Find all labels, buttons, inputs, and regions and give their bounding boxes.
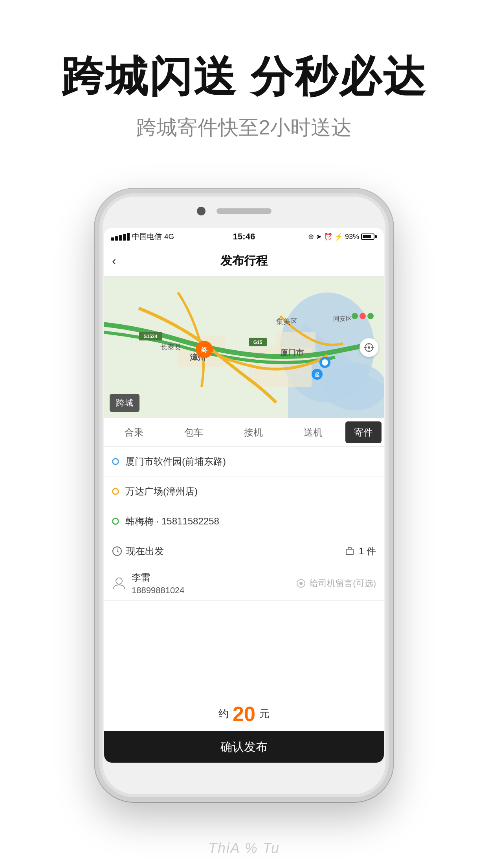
message-placeholder-text: 给司机留言(可选) — [310, 577, 376, 589]
svg-point-19 — [322, 359, 328, 366]
crosshair-icon — [363, 342, 374, 353]
person-row[interactable]: 李雷 18899881024 给司机留言(可选) — [104, 566, 384, 601]
gps-icon: ⊕ — [308, 232, 314, 241]
svg-text:同安区: 同安区 — [333, 315, 352, 322]
status-bar: 中国电信 4G 15:46 ⊕ ➤ ⏰ ⚡ 93% — [104, 228, 384, 245]
svg-text:厦门市: 厦门市 — [280, 348, 304, 357]
svg-text:终: 终 — [201, 347, 208, 353]
back-button[interactable]: ‹ — [112, 254, 116, 268]
watermark: ThiA % Tu — [0, 829, 488, 868]
tab-songji[interactable]: 送机 — [283, 418, 343, 446]
package-count-field[interactable]: 1 件 — [345, 545, 376, 557]
alarm-icon: ⏰ — [324, 232, 332, 241]
svg-point-36 — [299, 582, 303, 585]
svg-point-17 — [367, 313, 374, 319]
svg-text:起: 起 — [314, 372, 320, 377]
person-info-left: 李雷 18899881024 — [112, 571, 185, 596]
price-suffix: 元 — [259, 707, 270, 721]
price-bar: 约 20 元 — [104, 696, 384, 731]
hero-title: 跨城闪送 分秒必达 — [0, 51, 488, 102]
destination-row[interactable]: 万达广场(漳州店) — [104, 476, 384, 506]
depart-time-field[interactable]: 现在出发 — [112, 545, 164, 557]
price-prefix: 约 — [218, 707, 229, 721]
volume-down-button — [95, 351, 99, 386]
person-icon — [112, 576, 126, 590]
form-area: 厦门市软件园(前埔东路) 万达广场(漳州店) 韩梅梅 · 15811582258 — [104, 447, 384, 696]
svg-text:S1524: S1524 — [144, 334, 158, 339]
svg-text:长泰县: 长泰县 — [160, 343, 182, 351]
confirm-label: 确认发布 — [220, 739, 268, 755]
message-field[interactable]: 给司机留言(可选) — [295, 577, 376, 589]
tab-baoce[interactable]: 包车 — [164, 418, 224, 446]
confirm-button[interactable]: 确认发布 — [104, 731, 384, 763]
tab-hecheng[interactable]: 合乘 — [104, 418, 164, 446]
origin-text: 厦门市软件园(前埔东路) — [125, 455, 226, 468]
sender-phone: 18899881024 — [132, 585, 185, 596]
svg-text:G15: G15 — [253, 340, 262, 345]
destination-text: 万达广场(漳州店) — [125, 485, 198, 498]
battery-percent: 93% — [345, 233, 359, 241]
tab-jijian[interactable]: 寄件 — [345, 421, 382, 443]
map-svg: S1524 G15 漳州 长泰县 集美区 厦门市 同安区 — [104, 277, 384, 418]
crosshair-button[interactable] — [360, 338, 378, 357]
destination-dot — [112, 488, 119, 495]
svg-point-15 — [352, 313, 358, 319]
status-left: 中国电信 4G — [111, 232, 174, 242]
bluetooth-icon: ⚡ — [334, 232, 343, 241]
contact-text: 韩梅梅 · 15811582258 — [125, 515, 219, 528]
contact-dot — [112, 518, 119, 525]
svg-point-34 — [116, 578, 122, 584]
phone-screen: 中国电信 4G 15:46 ⊕ ➤ ⏰ ⚡ 93% — [104, 228, 384, 763]
time-label: 15:46 — [233, 232, 255, 242]
watermark-text: ThiA % Tu — [208, 840, 280, 857]
power-button — [389, 280, 393, 311]
tab-jieji[interactable]: 接机 — [224, 418, 283, 446]
svg-point-25 — [368, 346, 370, 349]
phone-mockup: 中国电信 4G 15:46 ⊕ ➤ ⏰ ⚡ 93% — [95, 189, 393, 802]
front-camera — [197, 207, 205, 215]
contact-row[interactable]: 韩梅梅 · 15811582258 — [104, 506, 384, 536]
sender-name: 李雷 — [132, 571, 185, 584]
origin-row[interactable]: 厦门市软件园(前埔东路) — [104, 447, 384, 476]
mute-button — [95, 268, 99, 288]
nav-bar: ‹ 发布行程 — [104, 245, 384, 277]
battery-icon — [361, 234, 377, 240]
time-package-row[interactable]: 现在出发 1 件 — [104, 536, 384, 566]
person-details: 李雷 18899881024 — [132, 571, 185, 596]
status-right: ⊕ ➤ ⏰ ⚡ 93% — [308, 232, 377, 241]
tabs-row: 合乘 包车 接机 送机 寄件 — [104, 418, 384, 447]
svg-line-32 — [117, 551, 119, 552]
carrier-label: 中国电信 — [132, 232, 162, 242]
svg-point-16 — [360, 313, 366, 319]
package-count-text: 1 件 — [359, 545, 376, 557]
signal-icon — [111, 233, 130, 241]
kuacheng-badge: 跨城 — [110, 394, 139, 412]
page-title: 发布行程 — [220, 253, 268, 269]
map-area[interactable]: S1524 G15 漳州 长泰县 集美区 厦门市 同安区 — [104, 277, 384, 418]
message-icon — [295, 578, 306, 589]
package-icon — [345, 546, 355, 556]
network-label: 4G — [164, 232, 174, 241]
speaker — [216, 208, 272, 214]
depart-time-text: 现在出发 — [126, 545, 164, 557]
origin-dot — [112, 458, 119, 465]
hero-subtitle: 跨城寄件快至2小时送达 — [0, 114, 488, 142]
svg-text:集美区: 集美区 — [276, 318, 297, 326]
location-icon: ➤ — [316, 232, 322, 241]
clock-icon — [112, 546, 122, 556]
svg-rect-33 — [346, 549, 353, 555]
volume-up-button — [95, 303, 99, 339]
price-amount: 20 — [233, 702, 255, 726]
